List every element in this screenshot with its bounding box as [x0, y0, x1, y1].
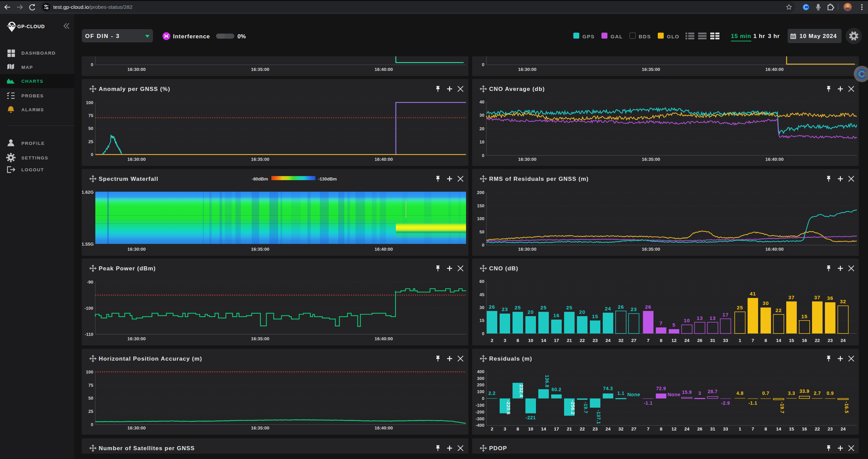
svg-text:0: 0 [91, 62, 93, 67]
svg-text:3: 3 [698, 390, 701, 396]
svg-text:32: 32 [618, 338, 623, 343]
svg-text:75: 75 [89, 113, 93, 118]
svg-text:Horizontal Position Accuracy (: Horizontal Position Accuracy (m) [99, 356, 202, 362]
svg-text:8: 8 [765, 426, 767, 432]
svg-text:0: 0 [91, 422, 93, 427]
svg-text:75: 75 [89, 383, 93, 388]
svg-text:7: 7 [752, 426, 754, 432]
svg-text:400: 400 [477, 369, 484, 374]
svg-text:16:35:00: 16:35:00 [251, 67, 269, 72]
svg-text:32: 32 [618, 426, 623, 432]
svg-text:16:40:00: 16:40:00 [374, 425, 393, 431]
svg-text:24: 24 [605, 426, 611, 432]
svg-text:-80dBm: -80dBm [252, 176, 268, 181]
svg-text:25: 25 [540, 305, 547, 310]
svg-text:DASHBOARD: DASHBOARD [21, 51, 56, 56]
svg-text:10: 10 [528, 426, 533, 432]
svg-text:Number of Satellites per GNSS: Number of Satellites per GNSS [99, 445, 195, 452]
svg-text:13: 13 [697, 315, 703, 321]
svg-text:3.3: 3.3 [788, 390, 795, 396]
svg-text:21: 21 [567, 338, 572, 343]
svg-text:16:40:00: 16:40:00 [374, 157, 393, 162]
svg-text:41: 41 [750, 291, 756, 297]
svg-text:-300: -300 [476, 416, 484, 421]
svg-text:16:30:00: 16:30:00 [128, 67, 146, 72]
svg-text:0: 0 [91, 152, 93, 157]
svg-text:26: 26 [618, 304, 624, 310]
svg-text:1: 1 [739, 338, 741, 343]
svg-text:23: 23 [593, 338, 598, 343]
svg-text:-100: -100 [476, 403, 484, 408]
svg-text:26: 26 [697, 338, 702, 343]
svg-text:10: 10 [528, 338, 533, 343]
svg-text:Peak Power (dBm): Peak Power (dBm) [99, 265, 156, 272]
svg-text:16:35:00: 16:35:00 [642, 247, 660, 252]
svg-text:37: 37 [814, 294, 821, 300]
svg-text:24: 24 [841, 338, 846, 343]
svg-text:13: 13 [710, 315, 716, 321]
svg-text:100: 100 [86, 369, 93, 375]
svg-text:7: 7 [659, 320, 662, 326]
svg-text:PDOP: PDOP [489, 445, 507, 452]
svg-text:16: 16 [802, 338, 807, 343]
svg-text:100: 100 [477, 389, 484, 394]
svg-text:LOGOUT: LOGOUT [21, 167, 44, 172]
svg-text:16:30:00: 16:30:00 [128, 247, 146, 252]
svg-text:26: 26 [645, 304, 652, 310]
svg-text:16:35:00: 16:35:00 [251, 425, 269, 431]
svg-text:16:30:00: 16:30:00 [518, 67, 537, 72]
svg-text:14: 14 [776, 338, 782, 343]
svg-text:50: 50 [89, 396, 93, 401]
svg-text:5: 5 [672, 322, 675, 328]
svg-text:45: 45 [480, 292, 484, 297]
svg-text:1.62G: 1.62G [82, 190, 94, 195]
svg-text:1.1: 1.1 [617, 390, 624, 396]
svg-text:26: 26 [697, 426, 702, 432]
svg-text:Spectrum Waterfall: Spectrum Waterfall [99, 176, 158, 182]
svg-text:0: 0 [482, 396, 484, 401]
svg-text:23: 23 [502, 306, 508, 312]
svg-text:0.7: 0.7 [762, 390, 769, 396]
svg-text:0: 0 [482, 62, 484, 67]
svg-text:-110: -110 [85, 332, 93, 337]
svg-text:15.9: 15.9 [682, 389, 692, 395]
svg-text:3: 3 [504, 338, 506, 343]
svg-text:7: 7 [647, 338, 650, 343]
svg-text:23: 23 [828, 426, 833, 432]
svg-text:200: 200 [477, 190, 484, 195]
svg-text:31: 31 [710, 426, 715, 432]
svg-text:PROFILE: PROFILE [21, 141, 45, 146]
svg-text:17: 17 [722, 312, 729, 318]
svg-text:26: 26 [489, 304, 495, 310]
svg-text:36: 36 [827, 295, 833, 301]
svg-text:0: 0 [482, 153, 484, 158]
svg-text:20: 20 [480, 126, 484, 131]
svg-text:16:35:00: 16:35:00 [251, 336, 269, 341]
svg-text:23: 23 [828, 338, 833, 343]
svg-text:22: 22 [775, 307, 782, 313]
svg-text:MAP: MAP [21, 65, 33, 70]
svg-text:16:40:00: 16:40:00 [765, 67, 784, 72]
svg-text:-256.2: -256.2 [570, 400, 576, 415]
svg-text:72.9: 72.9 [656, 386, 666, 391]
svg-text:22: 22 [815, 426, 820, 432]
svg-text:7: 7 [647, 426, 650, 432]
svg-text:30: 30 [763, 300, 769, 306]
svg-text:2: 2 [491, 338, 494, 343]
svg-text:27: 27 [631, 338, 636, 343]
svg-text:15: 15 [789, 338, 794, 343]
svg-text:33: 33 [723, 426, 728, 432]
svg-text:CHARTS: CHARTS [21, 79, 43, 84]
svg-text:16:35:00: 16:35:00 [251, 157, 269, 162]
svg-text:-400: -400 [476, 423, 484, 428]
svg-text:232.4: 232.4 [519, 384, 524, 397]
svg-text:15: 15 [789, 426, 794, 432]
svg-text:33: 33 [723, 338, 728, 343]
svg-text:40: 40 [480, 99, 484, 104]
svg-text:-137.1: -137.1 [596, 410, 601, 424]
svg-text:16:30:00: 16:30:00 [518, 247, 537, 252]
svg-text:10: 10 [684, 318, 690, 323]
svg-text:74.3: 74.3 [603, 386, 613, 391]
svg-text:14: 14 [776, 426, 782, 432]
svg-text:31: 31 [710, 338, 715, 343]
